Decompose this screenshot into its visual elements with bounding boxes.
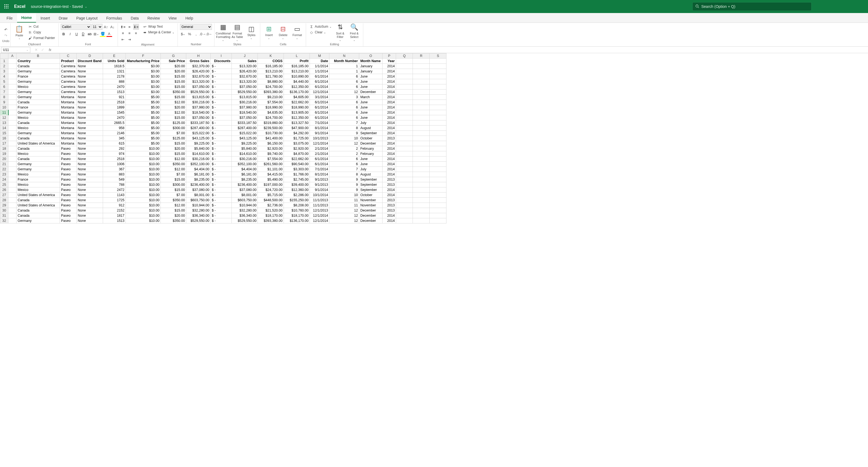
cell[interactable]: None <box>76 100 103 105</box>
cell[interactable]: $3,075.00 <box>284 141 310 146</box>
cell[interactable]: None <box>76 141 103 146</box>
cell[interactable]: 615 <box>103 141 126 146</box>
cell[interactable]: $6,150.00 <box>258 141 284 146</box>
cell[interactable]: 2013 <box>382 177 396 182</box>
cell[interactable]: $37,050.00 <box>232 115 258 120</box>
cell[interactable]: 2014 <box>382 156 396 162</box>
column-header-P[interactable]: P <box>382 53 396 59</box>
cell[interactable] <box>430 100 446 105</box>
row-header-21[interactable]: 21 <box>0 162 8 167</box>
cell[interactable]: 2013 <box>382 198 396 203</box>
cell[interactable]: $136,170.00 <box>284 89 310 95</box>
column-header-F[interactable]: F <box>126 53 161 59</box>
format-button[interactable]: ▭Format⌄ <box>290 24 304 41</box>
cell[interactable] <box>396 64 413 69</box>
row-header-5[interactable]: 5 <box>0 79 8 84</box>
cell[interactable] <box>396 208 413 213</box>
cell[interactable]: 1513 <box>103 89 126 95</box>
align-center-button[interactable]: ≡ <box>127 30 132 36</box>
currency-button[interactable]: $⌄ <box>180 31 186 37</box>
cell[interactable]: $ - <box>211 136 232 141</box>
cell[interactable] <box>396 218 413 224</box>
italic-button[interactable]: I <box>67 31 73 37</box>
cell[interactable]: Carretera <box>60 74 77 79</box>
cell[interactable] <box>413 208 430 213</box>
row-header-16[interactable]: 16 <box>0 136 8 141</box>
cell[interactable]: $5,715.00 <box>258 193 284 198</box>
cell[interactable]: $236,400.00 <box>186 182 211 187</box>
decrease-decimal-button[interactable]: .0← <box>206 31 212 37</box>
cell[interactable] <box>8 59 17 64</box>
cell[interactable]: None <box>76 208 103 213</box>
cell[interactable] <box>396 110 413 115</box>
cell[interactable]: $18,170.00 <box>284 213 310 218</box>
column-header-S[interactable]: S <box>430 53 446 59</box>
cell[interactable]: None <box>76 131 103 136</box>
cell[interactable]: Germany <box>17 69 60 74</box>
cell[interactable] <box>430 172 446 177</box>
row-header-31[interactable]: 31 <box>0 213 8 218</box>
cell[interactable] <box>413 198 430 203</box>
row-header-11[interactable]: 11 <box>0 110 8 115</box>
cell[interactable]: Paseo <box>60 198 77 203</box>
cell[interactable]: $32,280.00 <box>232 208 258 213</box>
cell[interactable] <box>396 115 413 120</box>
cell[interactable]: 9/1/2014 <box>310 187 329 193</box>
cell[interactable] <box>413 172 430 177</box>
cell[interactable]: $ - <box>211 89 232 95</box>
cell[interactable]: Mexico <box>17 115 60 120</box>
cell[interactable]: 6/1/2014 <box>310 162 329 167</box>
delete-button[interactable]: ⊟Delete⌄ <box>277 24 289 41</box>
undo-button[interactable]: ↶ <box>3 27 9 33</box>
cell[interactable] <box>430 203 446 208</box>
cell[interactable]: Year <box>382 59 396 64</box>
cell[interactable] <box>396 146 413 151</box>
cell[interactable]: $603,750.00 <box>232 198 258 203</box>
cell[interactable]: 2472 <box>103 187 126 193</box>
cell[interactable]: August <box>359 172 382 177</box>
cell[interactable]: 11 <box>329 198 359 203</box>
cell[interactable]: $13,210.00 <box>284 69 310 74</box>
cell[interactable]: $393,380.00 <box>258 218 284 224</box>
column-header-R[interactable]: R <box>413 53 430 59</box>
column-header-M[interactable]: M <box>310 53 329 59</box>
comma-button[interactable]: , <box>193 31 199 37</box>
cell[interactable] <box>430 162 446 167</box>
cell[interactable]: Montana <box>60 131 77 136</box>
cell[interactable]: $30,216.00 <box>232 100 258 105</box>
borders-button[interactable]: ⊞⌄ <box>93 31 99 37</box>
cell[interactable]: $352,100.00 <box>186 162 211 167</box>
cell[interactable]: 12/1/2014 <box>310 89 329 95</box>
cell[interactable]: $7.00 <box>161 172 186 177</box>
cell[interactable]: December <box>359 218 382 224</box>
font-name-select[interactable]: Calibri <box>61 24 91 30</box>
cell[interactable]: 7 <box>329 167 359 172</box>
cell[interactable]: $319,860.00 <box>258 120 284 125</box>
cell[interactable]: 2013 <box>382 208 396 213</box>
cell[interactable] <box>413 187 430 193</box>
cell[interactable]: $10,890.00 <box>284 74 310 79</box>
cell[interactable]: 2014 <box>382 105 396 110</box>
cell[interactable]: $90,540.00 <box>284 162 310 167</box>
cell[interactable] <box>413 95 430 100</box>
cell[interactable] <box>396 79 413 84</box>
cell[interactable]: $ - <box>211 213 232 218</box>
cell[interactable]: $10.00 <box>126 162 161 167</box>
row-header-28[interactable]: 28 <box>0 198 8 203</box>
cell[interactable]: $8,208.00 <box>284 203 310 208</box>
cell[interactable]: $287,400.00 <box>232 125 258 131</box>
cell[interactable]: 7 <box>329 120 359 125</box>
cell[interactable]: Canada <box>17 213 60 218</box>
cell[interactable] <box>396 131 413 136</box>
row-header-6[interactable]: 6 <box>0 84 8 89</box>
cell[interactable]: $10,944.00 <box>232 203 258 208</box>
cell[interactable]: 6/1/2014 <box>310 110 329 115</box>
cell[interactable]: None <box>76 172 103 177</box>
cell[interactable]: 2014 <box>382 167 396 172</box>
cell[interactable] <box>8 167 17 172</box>
cell[interactable]: $5.00 <box>126 141 161 146</box>
cell[interactable] <box>8 208 17 213</box>
cell[interactable]: Paseo <box>60 172 77 177</box>
cell[interactable]: 958 <box>103 125 126 131</box>
cell[interactable] <box>8 156 17 162</box>
